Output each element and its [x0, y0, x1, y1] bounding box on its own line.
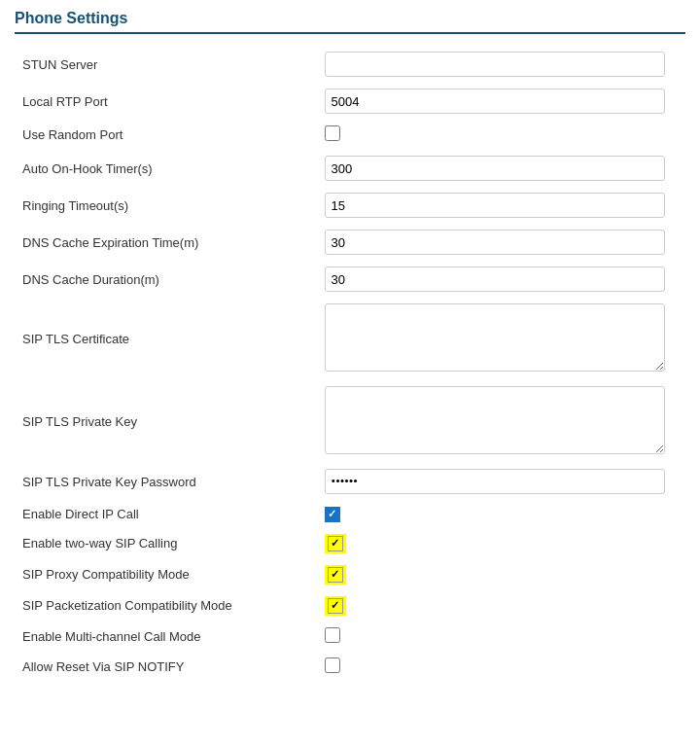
settings-row-enable-two-way-sip: Enable two-way SIP Calling	[15, 528, 685, 559]
input-cell-sip-tls-private-key-password	[317, 463, 685, 500]
settings-row-sip-tls-certificate: SIP TLS Certificate	[15, 298, 685, 380]
input-cell-use-random-port	[317, 120, 685, 150]
label-sip-packetization-compatibility: SIP Packetization Compatibility Mode	[15, 590, 317, 622]
checkbox-wrapper-sip-proxy-compatibility	[325, 565, 346, 585]
checkbox-wrapper-sip-packetization-compatibility	[325, 596, 346, 616]
settings-row-sip-proxy-compatibility: SIP Proxy Compatibility Mode	[15, 559, 685, 590]
label-sip-tls-private-key-password: SIP TLS Private Key Password	[15, 463, 317, 500]
checkbox-enable-direct-ip-call[interactable]	[325, 507, 340, 522]
input-local-rtp-port[interactable]	[325, 89, 665, 114]
settings-row-stun-server: STUN Server	[15, 46, 685, 83]
label-dns-cache-duration: DNS Cache Duration(m)	[15, 261, 317, 298]
label-local-rtp-port: Local RTP Port	[15, 83, 317, 120]
input-cell-dns-cache-expiration	[317, 224, 685, 261]
label-enable-direct-ip-call: Enable Direct IP Call	[15, 500, 317, 528]
input-auto-on-hook-timer[interactable]	[325, 156, 665, 181]
settings-table: STUN ServerLocal RTP PortUse Random Port…	[15, 46, 685, 682]
input-cell-sip-proxy-compatibility	[317, 559, 685, 590]
label-auto-on-hook-timer: Auto On-Hook Timer(s)	[15, 150, 317, 187]
label-allow-reset-via-sip: Allow Reset Via SIP NOTIFY	[15, 652, 317, 682]
settings-row-enable-multi-channel: Enable Multi-channel Call Mode	[15, 622, 685, 652]
textarea-sip-tls-private-key[interactable]	[325, 386, 665, 454]
settings-row-sip-tls-private-key-password: SIP TLS Private Key Password	[15, 463, 685, 500]
input-stun-server[interactable]	[325, 52, 665, 77]
input-cell-enable-two-way-sip	[317, 528, 685, 559]
settings-row-use-random-port: Use Random Port	[15, 120, 685, 150]
settings-row-allow-reset-via-sip: Allow Reset Via SIP NOTIFY	[15, 652, 685, 682]
input-dns-cache-expiration[interactable]	[325, 230, 665, 255]
input-cell-enable-direct-ip-call	[317, 500, 685, 528]
checkbox-use-random-port[interactable]	[325, 125, 340, 141]
input-ringing-timeout[interactable]	[325, 193, 665, 218]
label-enable-two-way-sip: Enable two-way SIP Calling	[15, 528, 317, 559]
input-cell-allow-reset-via-sip	[317, 652, 685, 682]
input-cell-sip-tls-certificate	[317, 298, 685, 380]
checkbox-sip-proxy-compatibility[interactable]	[328, 567, 343, 583]
input-cell-ringing-timeout	[317, 187, 685, 224]
input-cell-auto-on-hook-timer	[317, 150, 685, 187]
textarea-sip-tls-certificate[interactable]	[325, 303, 665, 372]
settings-row-sip-packetization-compatibility: SIP Packetization Compatibility Mode	[15, 590, 685, 622]
settings-row-enable-direct-ip-call: Enable Direct IP Call	[15, 500, 685, 528]
settings-row-ringing-timeout: Ringing Timeout(s)	[15, 187, 685, 224]
page-title: Phone Settings	[15, 10, 685, 34]
settings-row-dns-cache-expiration: DNS Cache Expiration Time(m)	[15, 224, 685, 261]
checkbox-enable-multi-channel[interactable]	[325, 627, 340, 643]
checkbox-wrapper-enable-two-way-sip	[325, 534, 346, 553]
input-cell-local-rtp-port	[317, 83, 685, 120]
label-dns-cache-expiration: DNS Cache Expiration Time(m)	[15, 224, 317, 261]
input-cell-dns-cache-duration	[317, 261, 685, 298]
settings-row-auto-on-hook-timer: Auto On-Hook Timer(s)	[15, 150, 685, 187]
input-sip-tls-private-key-password[interactable]	[325, 469, 665, 494]
label-sip-proxy-compatibility: SIP Proxy Compatibility Mode	[15, 559, 317, 590]
label-sip-tls-certificate: SIP TLS Certificate	[15, 298, 317, 380]
label-enable-multi-channel: Enable Multi-channel Call Mode	[15, 622, 317, 652]
input-cell-stun-server	[317, 46, 685, 83]
input-dns-cache-duration[interactable]	[325, 266, 665, 292]
label-stun-server: STUN Server	[15, 46, 317, 83]
label-sip-tls-private-key: SIP TLS Private Key	[15, 380, 317, 463]
input-cell-enable-multi-channel	[317, 622, 685, 652]
checkbox-allow-reset-via-sip[interactable]	[325, 657, 340, 673]
settings-row-dns-cache-duration: DNS Cache Duration(m)	[15, 261, 685, 298]
checkbox-enable-two-way-sip[interactable]	[328, 536, 343, 551]
label-ringing-timeout: Ringing Timeout(s)	[15, 187, 317, 224]
settings-row-sip-tls-private-key: SIP TLS Private Key	[15, 380, 685, 463]
checkbox-sip-packetization-compatibility[interactable]	[328, 598, 343, 614]
label-use-random-port: Use Random Port	[15, 120, 317, 150]
input-cell-sip-packetization-compatibility	[317, 590, 685, 622]
input-cell-sip-tls-private-key	[317, 380, 685, 463]
settings-row-local-rtp-port: Local RTP Port	[15, 83, 685, 120]
